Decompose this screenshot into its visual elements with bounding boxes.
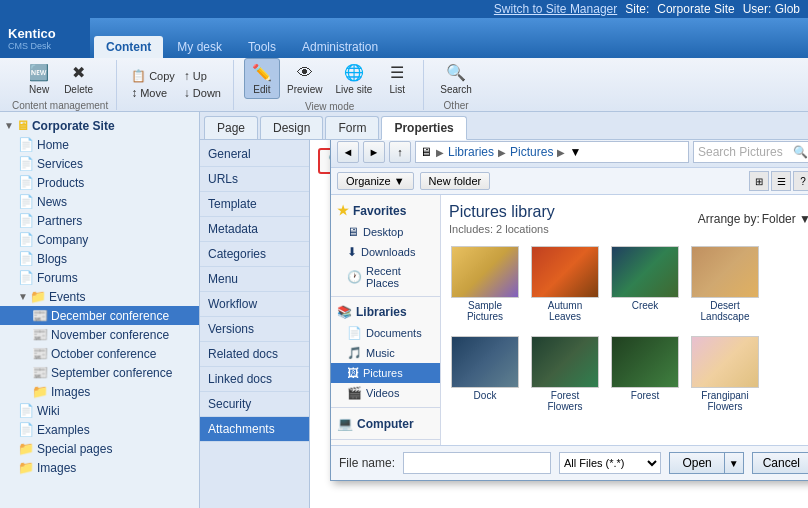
- props-template[interactable]: Template: [200, 192, 309, 217]
- events-expand-icon[interactable]: ▼: [18, 291, 28, 302]
- search-button[interactable]: 🔍 Search: [434, 59, 478, 98]
- props-general[interactable]: General: [200, 142, 309, 167]
- sidebar-item-examples[interactable]: 📄 Examples: [0, 420, 199, 439]
- move-button[interactable]: ↕ Move: [127, 85, 179, 101]
- copy-button[interactable]: 📋 Copy: [127, 68, 179, 84]
- props-related[interactable]: Related docs: [200, 342, 309, 367]
- preview-icon: 👁: [294, 62, 316, 84]
- new-folder-button[interactable]: New folder: [420, 172, 491, 190]
- files-title: Pictures library: [449, 203, 555, 221]
- props-security[interactable]: Security: [200, 392, 309, 417]
- props-versions[interactable]: Versions: [200, 317, 309, 342]
- path-libraries[interactable]: Libraries: [448, 145, 494, 159]
- sidebar-item-september[interactable]: 📰 September conference: [0, 363, 199, 382]
- nav-music[interactable]: 🎵Music: [331, 343, 440, 363]
- sidebar-item-october[interactable]: 📰 October conference: [0, 344, 199, 363]
- file-item-forest[interactable]: Forest: [609, 333, 681, 415]
- new-icon: 🆕: [28, 62, 50, 84]
- september-event-icon: 📰: [32, 365, 48, 380]
- copy-label: Copy: [149, 70, 175, 82]
- sidebar-item-forums[interactable]: 📄 Forums: [0, 268, 199, 287]
- file-item-desert[interactable]: Desert Landscape: [689, 243, 761, 325]
- switch-site-manager-link[interactable]: Switch to Site Manager: [494, 2, 617, 16]
- tab-design[interactable]: Design: [260, 116, 323, 139]
- tab-tools[interactable]: Tools: [236, 36, 288, 58]
- view-help-button[interactable]: ?: [793, 171, 808, 191]
- tab-content[interactable]: Content: [94, 36, 163, 58]
- tab-form[interactable]: Form: [325, 116, 379, 139]
- file-item-dock[interactable]: Dock: [449, 333, 521, 415]
- sidebar-item-images-sub[interactable]: 📁 Images: [0, 382, 199, 401]
- toolbar: 🆕 New ✖ Delete Content management 📋 Copy…: [0, 58, 808, 112]
- other-section-label: Other: [444, 100, 469, 111]
- filetype-select[interactable]: All Files (*.*): [559, 452, 661, 474]
- nav-pictures[interactable]: 🖼Pictures: [331, 363, 440, 383]
- props-menu[interactable]: Menu: [200, 267, 309, 292]
- main-content: Page Design Form Properties General URLs…: [200, 112, 808, 508]
- tab-page[interactable]: Page: [204, 116, 258, 139]
- path-pictures[interactable]: Pictures: [510, 145, 553, 159]
- tab-properties[interactable]: Properties: [381, 116, 466, 140]
- open-button[interactable]: Open: [669, 452, 723, 474]
- tab-mydesk[interactable]: My desk: [165, 36, 234, 58]
- nav-recent[interactable]: 🕐Recent Places: [331, 262, 440, 292]
- arrange-by[interactable]: Arrange by: Folder ▼: [698, 203, 808, 235]
- nav-videos[interactable]: 🎬Videos: [331, 383, 440, 403]
- props-urls[interactable]: URLs: [200, 167, 309, 192]
- list-button[interactable]: ☰ List: [379, 59, 415, 98]
- sidebar-item-home[interactable]: 📄 Home: [0, 135, 199, 154]
- props-attachments[interactable]: Attachments: [200, 417, 309, 442]
- edit-button[interactable]: ✏️ Edit: [244, 58, 280, 99]
- sidebar-item-november[interactable]: 📰 November conference: [0, 325, 199, 344]
- organize-button[interactable]: Organize ▼: [337, 172, 414, 190]
- file-item-creek[interactable]: Creek: [609, 243, 681, 325]
- new-button[interactable]: 🆕 New: [21, 59, 57, 98]
- view-details-button[interactable]: ☰: [771, 171, 791, 191]
- file-item-forest-flowers[interactable]: Forest Flowers: [529, 333, 601, 415]
- nav-desktop[interactable]: 🖥Desktop: [331, 222, 440, 242]
- open-dropdown-button[interactable]: ▼: [724, 452, 744, 474]
- dialog-back-button[interactable]: ◄: [337, 141, 359, 163]
- livesite-button[interactable]: 🌐 Live site: [330, 59, 379, 98]
- file-item-frangipani[interactable]: Frangipani Flowers: [689, 333, 761, 415]
- file-name-frangipani: Frangipani Flowers: [692, 390, 758, 412]
- top-bar: Switch to Site Manager Site: Corporate S…: [0, 0, 808, 18]
- nav-documents[interactable]: 📄Documents: [331, 323, 440, 343]
- filename-input[interactable]: [403, 452, 551, 474]
- path-dropdown[interactable]: ▼: [569, 145, 581, 159]
- sidebar-item-news[interactable]: 📄 News: [0, 192, 199, 211]
- cancel-button[interactable]: Cancel: [752, 452, 808, 474]
- sidebar-item-company[interactable]: 📄 Company: [0, 230, 199, 249]
- props-categories[interactable]: Categories: [200, 242, 309, 267]
- props-linked[interactable]: Linked docs: [200, 367, 309, 392]
- sidebar-item-wiki[interactable]: 📄 Wiki: [0, 401, 199, 420]
- sidebar-item-images[interactable]: 📁 Images: [0, 458, 199, 477]
- view-icon-button[interactable]: ⊞: [749, 171, 769, 191]
- delete-button[interactable]: ✖ Delete: [58, 59, 99, 98]
- sidebar-item-services[interactable]: 📄 Services: [0, 154, 199, 173]
- favorites-icon: ★: [337, 203, 349, 218]
- dialog-search-box[interactable]: Search Pictures 🔍: [693, 141, 808, 163]
- up-button[interactable]: ↑ Up: [180, 68, 225, 84]
- sidebar-root-label: Corporate Site: [32, 119, 115, 133]
- sidebar-item-special[interactable]: 📁 Special pages: [0, 439, 199, 458]
- props-metadata[interactable]: Metadata: [200, 217, 309, 242]
- preview-button[interactable]: 👁 Preview: [281, 59, 329, 98]
- dialog-forward-button[interactable]: ►: [363, 141, 385, 163]
- file-item-sample[interactable]: Sample Pictures: [449, 243, 521, 325]
- images-folder-icon: 📁: [18, 460, 34, 475]
- sidebar-root[interactable]: ▼ 🖥 Corporate Site: [0, 116, 199, 135]
- sidebar-item-products[interactable]: 📄 Products: [0, 173, 199, 192]
- dialog-up-button[interactable]: ↑: [389, 141, 411, 163]
- sidebar-item-partners[interactable]: 📄 Partners: [0, 211, 199, 230]
- props-workflow[interactable]: Workflow: [200, 292, 309, 317]
- images-sub-folder-icon: 📁: [32, 384, 48, 399]
- sidebar-item-december[interactable]: 📰 December conference: [0, 306, 199, 325]
- sidebar-item-blogs[interactable]: 📄 Blogs: [0, 249, 199, 268]
- nav-downloads[interactable]: ⬇Downloads: [331, 242, 440, 262]
- file-item-autumn[interactable]: Autumn Leaves: [529, 243, 601, 325]
- down-button[interactable]: ↓ Down: [180, 85, 225, 101]
- root-expand-icon[interactable]: ▼: [4, 120, 14, 131]
- tab-administration[interactable]: Administration: [290, 36, 390, 58]
- sidebar-item-events[interactable]: ▼ 📁 Events: [0, 287, 199, 306]
